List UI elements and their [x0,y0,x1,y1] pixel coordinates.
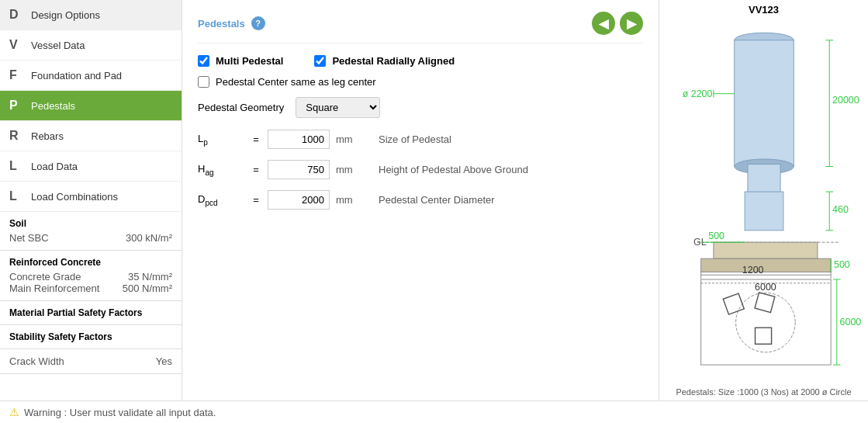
nav-prev-button[interactable]: ◀ [592,12,615,35]
field-desc-lp: Size of Pedestal [379,133,451,145]
svg-text:1200: 1200 [742,265,763,276]
field-name-dpcd: Dpcd [198,193,244,207]
sidebar-item-load-data[interactable]: L Load Data [0,151,182,182]
soil-net-sbc-value: 300 kN/m² [126,232,172,244]
center-same-as-leg-checkbox-item: Pedestal Center same as leg center [198,76,376,88]
geometry-row: Pedestal Geometry Square Circle Rectangu… [198,97,643,118]
diagram-caption: Pedestals: Size :1000 (3 Nos) at 2000 ø … [676,387,851,397]
svg-text:ø 2200: ø 2200 [682,88,712,99]
help-icon[interactable]: ? [251,16,265,30]
sidebar-item-vessel-data[interactable]: V Vessel Data [0,30,182,61]
soil-net-sbc-label: Net SBC [9,232,49,244]
field-unit-dpcd: mm [336,194,367,206]
field-unit-hag: mm [336,164,367,175]
sidebar-letter-foundation-pad: F [9,68,23,82]
crack-width-row: Crack Width Yes [9,355,172,367]
field-input-hag[interactable] [268,160,330,179]
crack-width-section: Crack Width Yes [0,349,182,374]
svg-text:6000: 6000 [839,317,861,328]
field-name-hag: Hag [198,163,244,177]
field-eq-hag: = [244,164,268,175]
main-content: Pedestals ? ◀ ▶ Multi Pedestal Pedestal … [182,0,659,400]
radially-aligned-checkbox-item: Pedestal Radially Aligned [314,55,455,67]
concrete-grade-value: 35 N/mm² [128,271,172,283]
stability-safety-factors-item[interactable]: Stability Safety Factors [0,325,182,349]
sidebar-item-load-combinations[interactable]: L Load Combinations [0,182,182,212]
field-input-control-dpcd[interactable] [268,190,330,210]
svg-text:6000: 6000 [755,282,776,293]
field-eq-lp: = [244,133,268,145]
form-section: Multi Pedestal Pedestal Radially Aligned… [198,55,643,210]
sidebar: D Design Options V Vessel Data F Foundat… [0,0,182,400]
field-input-dpcd[interactable] [268,190,330,210]
soil-net-sbc-row: Net SBC 300 kN/m² [9,232,172,244]
field-desc-hag: Height of Pedestal Above Ground [379,164,528,175]
crack-width-label: Crack Width [9,355,64,367]
field-unit-lp: mm [336,133,367,145]
sidebar-label-load-combinations: Load Combinations [31,191,118,203]
sidebar-label-design-options: Design Options [31,9,100,21]
radially-aligned-label: Pedestal Radially Aligned [332,55,455,67]
multi-pedestal-checkbox[interactable] [198,55,209,67]
field-name-lp: Lp [198,133,244,147]
sidebar-label-foundation-pad: Foundation and Pad [31,70,122,81]
geometry-select[interactable]: Square Circle Rectangular [296,97,380,118]
svg-text:500: 500 [708,231,724,241]
material-partial-safety-factors-item[interactable]: Material Partial Safety Factors [0,301,182,325]
svg-text:20000: 20000 [832,95,859,106]
sidebar-item-design-options[interactable]: D Design Options [0,0,182,30]
checkboxes-row-2: Pedestal Center same as leg center [198,76,643,88]
multi-pedestal-checkbox-item: Multi Pedestal [198,55,283,67]
sidebar-letter-load-data: L [9,159,23,173]
geometry-label: Pedestal Geometry [198,102,284,113]
sidebar-label-load-data: Load Data [31,161,78,172]
svg-rect-1 [734,40,794,167]
checkboxes-row-1: Multi Pedestal Pedestal Radially Aligned [198,55,643,67]
sidebar-item-pedestals[interactable]: P Pedestals [0,91,182,121]
sidebar-item-rebars[interactable]: R Rebars [0,121,182,151]
concrete-grade-row: Concrete Grade 35 N/mm² [9,271,172,283]
field-input-lp[interactable] [268,130,330,149]
field-row-lp: Lp = mm Size of Pedestal [198,130,643,149]
main-reinforcement-label: Main Reinforcement [9,283,99,294]
sidebar-letter-design-options: D [9,8,23,22]
rc-section-title: Reinforced Concrete [9,257,172,268]
center-same-as-leg-checkbox[interactable] [198,76,209,88]
sidebar-label-rebars: Rebars [31,130,64,142]
footer-warning: ⚠ Warning : User must validate all input… [0,400,868,423]
diagram-panel: VV123 GL [659,0,868,400]
soil-section: Soil Net SBC 300 kN/m² [0,212,182,251]
warning-icon: ⚠ [9,406,19,418]
svg-rect-8 [700,258,830,272]
warning-text: Warning : User must validate all input d… [24,407,216,418]
page-title-container: Pedestals ? [198,16,265,30]
sidebar-letter-rebars: R [9,129,23,143]
sidebar-letter-vessel-data: V [9,38,23,52]
svg-rect-4 [745,192,783,231]
diagram-vessel-id: VV123 [749,4,779,16]
main-reinforcement-value: 500 N/mm² [123,283,172,294]
field-input-control-hag[interactable] [268,160,330,179]
radially-aligned-checkbox[interactable] [314,55,326,67]
diagram-svg: GL ø 2200 [663,19,865,383]
nav-next-button[interactable]: ▶ [620,12,643,35]
page-header: Pedestals ? ◀ ▶ [198,12,643,43]
sidebar-item-foundation-pad[interactable]: F Foundation and Pad [0,61,182,91]
field-input-control-lp[interactable] [268,130,330,149]
field-desc-dpcd: Pedestal Center Diameter [379,194,495,206]
page-title-text: Pedestals [198,18,245,29]
multi-pedestal-label: Multi Pedestal [216,55,283,67]
svg-rect-7 [713,242,817,258]
center-same-as-leg-label: Pedestal Center same as leg center [216,76,376,88]
concrete-grade-label: Concrete Grade [9,271,81,283]
field-row-dpcd: Dpcd = mm Pedestal Center Diameter [198,190,643,210]
reinforced-concrete-section: Reinforced Concrete Concrete Grade 35 N/… [0,251,182,301]
svg-text:500: 500 [833,259,849,270]
stability-safety-factors-label: Stability Safety Factors [9,331,172,342]
svg-rect-3 [747,165,780,194]
soil-section-title: Soil [9,218,172,229]
crack-width-value: Yes [156,355,172,367]
nav-arrows: ◀ ▶ [592,12,643,35]
svg-text:460: 460 [832,204,849,215]
sidebar-letter-pedestals: P [9,99,23,113]
